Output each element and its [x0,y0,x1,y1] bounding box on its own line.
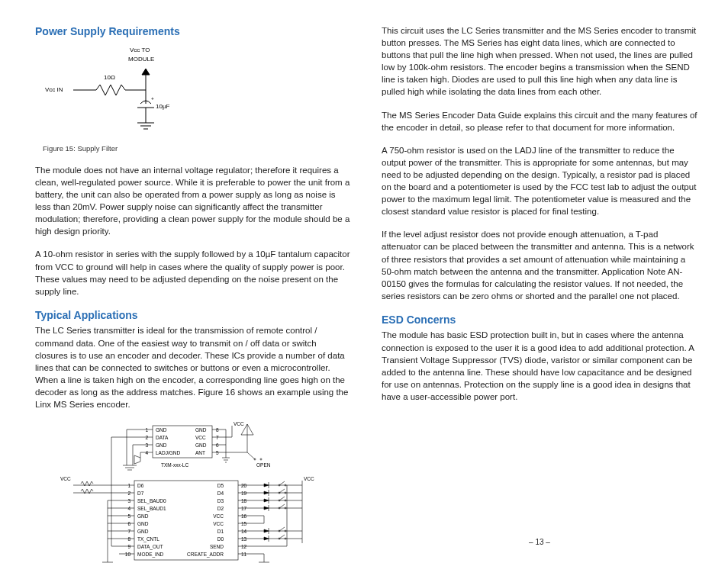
label-cap: 10µF [156,103,170,110]
para-circuit-2: The MS Series Encoder Data Guide explain… [382,109,697,134]
svg-text:12: 12 [241,544,247,549]
svg-text:DATA_OUT: DATA_OUT [137,544,163,550]
svg-text:1: 1 [145,427,148,433]
right-column: This circuit uses the LC Series transmit… [382,24,697,548]
svg-text:GND: GND [137,513,149,519]
svg-text:13: 13 [241,536,247,542]
svg-text:GND: GND [137,529,149,534]
svg-text:7: 7 [127,529,130,534]
svg-text:MODE_IND: MODE_IND [137,552,164,558]
svg-text:3: 3 [145,442,148,448]
svg-text:D1: D1 [217,529,224,534]
svg-text:D6: D6 [137,483,144,488]
svg-text:8: 8 [127,536,130,542]
page-number-right: – 13 – [382,529,697,548]
label-vcc-to: Vcc TO [130,47,150,53]
svg-text:18: 18 [241,498,247,503]
svg-text:16: 16 [241,513,247,519]
heading-typical-apps: Typical Applications [35,308,351,323]
heading-esd: ESD Concerns [382,313,697,328]
figure-16: TXM-xxx-LC GND DATA GND LADJ/GND GND VCC… [35,421,351,563]
svg-text:+: + [151,96,154,101]
svg-text:8: 8 [216,427,219,433]
svg-text:4: 4 [145,450,148,455]
svg-text:VCC: VCC [213,521,224,526]
svg-text:SEL_BAUD0: SEL_BAUD0 [137,498,166,504]
svg-text:CREATE_ADDR: CREATE_ADDR [187,552,224,558]
svg-text:VCC: VCC [304,476,314,481]
svg-text:DATA: DATA [156,435,169,440]
para-esd-1: The module has basic ESD protection buil… [382,329,697,403]
svg-text:2: 2 [127,491,130,496]
svg-text:10: 10 [125,552,131,557]
svg-point-49 [260,458,262,460]
svg-text:7: 7 [216,435,219,440]
label-vcc-in: Vcc IN [45,86,63,93]
svg-line-124 [279,489,285,493]
para-circuit-4: If the level adjust resistor does not pr… [382,228,697,302]
para-power-1: The module does not have an internal vol… [35,164,351,238]
heading-power-supply: Power Supply Requirements [35,24,351,40]
svg-line-127 [279,497,285,500]
svg-text:GND: GND [156,442,167,448]
svg-text:VCC: VCC [195,435,206,440]
svg-text:TX_CNTL: TX_CNTL [137,536,159,542]
label-module: MODULE [128,56,154,63]
svg-text:3: 3 [127,498,130,503]
left-column: Power Supply Requirements [35,24,351,548]
svg-text:GND: GND [137,521,149,526]
svg-line-50 [247,452,255,459]
svg-text:GND: GND [156,427,167,433]
svg-text:20: 20 [241,483,247,488]
para-circuit-1: This circuit uses the LC Series transmit… [382,24,697,98]
svg-line-136 [279,535,285,539]
svg-text:9: 9 [127,544,130,549]
svg-text:19: 19 [241,491,247,496]
para-power-2: A 10-ohm resistor in series with the sup… [35,248,351,297]
svg-text:5: 5 [216,450,219,455]
svg-text:15: 15 [241,521,247,526]
svg-text:D0: D0 [217,536,224,542]
svg-text:5: 5 [127,513,130,519]
label-resistor: 10Ω [104,74,115,81]
svg-text:D4: D4 [217,491,224,496]
svg-text:D3: D3 [217,498,224,503]
svg-text:SEND: SEND [210,544,224,549]
svg-text:LADJ/GND: LADJ/GND [156,450,180,455]
figure-15-caption: Figure 15: Supply Filter [43,143,186,153]
para-circuit-3: A 750-ohm resistor is used on the LADJ l… [382,144,697,218]
svg-text:ANT: ANT [195,450,205,455]
figure-15: + Vcc IN 10Ω 10µF Vcc TO MODULE Figure 1… [43,43,186,164]
svg-text:VCC: VCC [234,421,244,426]
svg-text:D5: D5 [217,483,224,488]
svg-text:4: 4 [127,506,130,511]
svg-text:D2: D2 [217,506,224,511]
svg-text:1: 1 [127,483,130,488]
svg-text:SEL_BAUD1: SEL_BAUD1 [137,506,166,512]
svg-line-130 [279,504,285,508]
svg-text:11: 11 [241,552,247,557]
svg-line-121 [279,481,285,485]
svg-text:D7: D7 [137,491,144,496]
svg-text:17: 17 [241,506,247,511]
svg-text:VCC: VCC [213,513,224,519]
svg-text:TXM-xxx-LC: TXM-xxx-LC [161,462,188,468]
svg-text:14: 14 [241,529,247,534]
svg-text:6: 6 [216,442,219,448]
svg-text:6: 6 [127,521,130,526]
svg-text:VCC: VCC [60,476,71,481]
para-apps-1: The LC Series transmitter is ideal for t… [35,324,351,410]
svg-text:OPEN: OPEN [256,462,271,468]
svg-text:2: 2 [145,435,148,440]
svg-line-133 [279,527,285,531]
svg-text:GND: GND [195,427,207,433]
svg-text:GND: GND [195,442,207,448]
